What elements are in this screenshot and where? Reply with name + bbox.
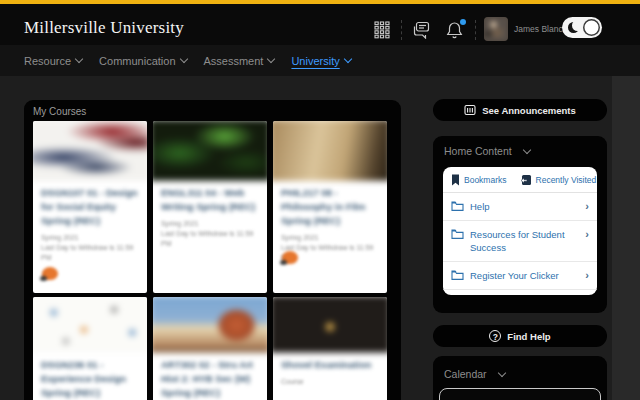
nav-item-assessment[interactable]: Assessment: [204, 55, 275, 67]
scrollbar-gutter[interactable]: [612, 76, 640, 400]
home-content-card: Bookmarks Recently Visited Help › Resour…: [443, 167, 597, 295]
chevron-right-icon: ›: [585, 269, 589, 281]
folder-icon: [451, 200, 464, 212]
my-courses-title: My Courses: [33, 106, 86, 117]
chevron-down-icon: [267, 55, 275, 63]
course-image: [153, 297, 267, 353]
moon-icon: [568, 22, 579, 33]
course-title-blurred: DSGN107 01 - Design for Social Equity Sp…: [41, 186, 139, 228]
announcements-icon: [464, 104, 476, 116]
course-card[interactable]: ENGL311 04 - Web Writing Spring (REC) Sp…: [153, 121, 267, 293]
content-item-resources-for-student-success[interactable]: Resources for Student Success ›: [443, 221, 597, 262]
course-meta-blurred: Spring 2021 Last Day to Withdraw is 11:5…: [161, 219, 259, 249]
course-meta-blurred: Course: [281, 377, 379, 387]
nav-item-university-active[interactable]: University: [291, 55, 350, 67]
chevron-down-icon: [343, 55, 351, 63]
home-content-heading[interactable]: Home Content: [444, 145, 530, 157]
dark-mode-toggle[interactable]: [562, 17, 602, 38]
avatar-photo-blurred: [484, 17, 508, 41]
top-header: Millersville University: [0, 4, 640, 45]
course-meta-blurred: Spring 2021 Last Day to Withdraw is 11:5…: [41, 233, 139, 263]
course-title-blurred: Shovel Examination: [281, 358, 379, 372]
user-name[interactable]: James Blanck: [514, 24, 567, 34]
find-help-label: Find Help: [507, 331, 550, 342]
chevron-down-icon: [497, 368, 505, 376]
content-item-register-your-clicker[interactable]: Register Your Clicker ›: [443, 262, 597, 290]
course-card[interactable]: PHIL217 08 - Philosophy in Film Spring (…: [273, 121, 387, 293]
header-divider: [401, 20, 402, 40]
bookmark-icon: [451, 174, 460, 186]
course-title-blurred: ENGL311 04 - Web Writing Spring (REC): [161, 186, 259, 214]
course-image: [153, 121, 267, 181]
university-logo[interactable]: Millersville University: [24, 18, 184, 38]
apps-grid-icon[interactable]: [374, 21, 392, 39]
toggle-knob: [583, 19, 600, 36]
header-divider: [475, 20, 476, 40]
see-announcements-button[interactable]: See Announcements: [433, 99, 607, 121]
chevron-down-icon: [522, 145, 530, 153]
course-image: [33, 121, 147, 181]
find-help-button[interactable]: ? Find Help: [433, 325, 607, 347]
notifications-bell-icon[interactable]: [446, 21, 464, 39]
chevron-right-icon: ›: [585, 200, 589, 212]
chevron-down-icon: [179, 55, 187, 63]
calendar-heading[interactable]: Calendar: [444, 368, 505, 380]
course-alert-icon[interactable]: [42, 267, 58, 280]
tab-recently-visited[interactable]: Recently Visited: [520, 174, 597, 186]
question-mark-icon: ?: [489, 330, 501, 342]
calendar-widget-cutoff[interactable]: [439, 388, 601, 400]
user-avatar[interactable]: [484, 17, 508, 41]
chevron-right-icon: ›: [585, 228, 589, 240]
content-item-help[interactable]: Help ›: [443, 193, 597, 221]
bookmark-tabs-row: Bookmarks Recently Visited: [443, 167, 597, 193]
course-alert-icon[interactable]: [282, 251, 298, 264]
content-item-my-media[interactable]: My Media ›: [443, 290, 597, 295]
course-image: [273, 297, 387, 353]
folder-icon: [451, 269, 464, 281]
course-card[interactable]: DSGN107 01 - Design for Social Equity Sp…: [33, 121, 147, 293]
course-card[interactable]: Shovel Examination Course: [273, 297, 387, 400]
course-card[interactable]: DSGN236 01 - Experience Design Spring (R…: [33, 297, 147, 400]
course-title-blurred: ART302 02 - Stru Art Hist 2: HYB Sec (W)…: [161, 358, 259, 400]
messages-icon[interactable]: [411, 21, 429, 39]
course-card[interactable]: ART302 02 - Stru Art Hist 2: HYB Sec (W)…: [153, 297, 267, 400]
main-navbar: Resource Communication Assessment Univer…: [0, 45, 640, 76]
course-image: [273, 121, 387, 181]
course-image: [33, 297, 147, 353]
course-title-blurred: DSGN236 01 - Experience Design Spring (R…: [41, 358, 139, 400]
nav-item-resource[interactable]: Resource: [24, 55, 82, 67]
course-title-blurred: PHIL217 08 - Philosophy in Film Spring (…: [281, 186, 379, 228]
see-announcements-label: See Announcements: [482, 105, 576, 116]
recently-visited-icon: [520, 174, 532, 186]
nav-item-communication[interactable]: Communication: [99, 55, 186, 67]
notification-dot: [460, 19, 466, 25]
chevron-down-icon: [75, 55, 83, 63]
tab-bookmarks[interactable]: Bookmarks: [451, 174, 507, 186]
folder-icon: [451, 228, 464, 240]
